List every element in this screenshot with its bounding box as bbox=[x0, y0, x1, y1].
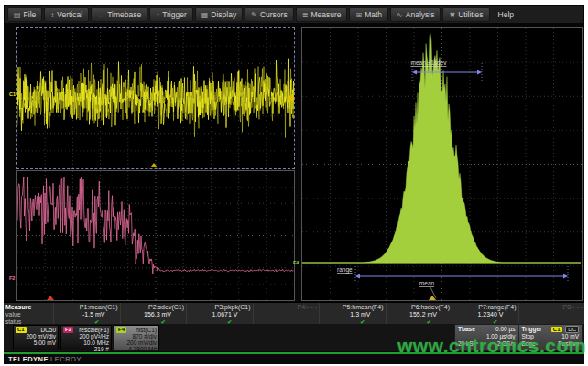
descriptor-f4[interactable]: F4hist(C1)870 #/div200 mV/div4.3800 M# bbox=[114, 325, 159, 350]
page: ▤File↕Vertical↔Timebase↑Trigger▦Display✎… bbox=[0, 0, 588, 366]
menu-item-utilities[interactable]: ✖Utilities bbox=[442, 7, 489, 22]
vertical-icon: ↕ bbox=[50, 11, 54, 19]
c1-channel-label: C1 bbox=[9, 92, 16, 97]
analysis-icon: ∿ bbox=[397, 11, 403, 19]
grid-f4-histogram[interactable]: mean ±1sdevrangemean bbox=[301, 27, 583, 301]
menu-item-label: File bbox=[24, 10, 37, 19]
measure-value: 1.3 mV bbox=[321, 311, 384, 318]
annotation-mean-label: mean bbox=[419, 280, 435, 286]
descriptor-title: hist(C1) bbox=[136, 327, 157, 333]
measure-value: 156.3 mV bbox=[123, 311, 185, 318]
measure-column-p7[interactable]: P7:range(F4)1.2340 V✔ bbox=[452, 303, 518, 325]
measure-value: 1.2340 V bbox=[454, 311, 517, 318]
menu-item-timebase[interactable]: ↔Timebase bbox=[91, 7, 147, 22]
annotation-sdev-label: mean ±1sdev bbox=[411, 59, 448, 66]
descriptor-title: rescale(F1) bbox=[79, 327, 109, 333]
descriptor-tag: F4 bbox=[116, 327, 126, 333]
menu-item-label: Measure bbox=[310, 10, 341, 19]
timebase-icon: ↔ bbox=[97, 11, 104, 19]
grid-f2-spectrum[interactable] bbox=[16, 170, 295, 301]
menu-item-label: Vertical bbox=[57, 10, 82, 19]
menu-item-label: Display bbox=[211, 10, 236, 19]
measure-value bbox=[256, 311, 318, 318]
descriptor-title: DC50 bbox=[40, 327, 56, 333]
measure-header: P2:sdev(C1) bbox=[123, 304, 185, 311]
file-icon: ▤ bbox=[14, 11, 21, 19]
menu-item-label: Analysis bbox=[406, 10, 435, 19]
menu-item-file[interactable]: ▤File bbox=[7, 7, 42, 22]
c1-noise-trace bbox=[17, 28, 294, 168]
menu-bar: ▤File↕Vertical↔Timebase↑Trigger▦Display✎… bbox=[5, 6, 583, 23]
menu-item-display[interactable]: ▦Display bbox=[195, 7, 243, 22]
menu-item-label: Math bbox=[365, 10, 382, 19]
grid-c1-waveform[interactable] bbox=[16, 27, 295, 169]
trigger-coupling-chip: DC bbox=[565, 326, 579, 333]
menu-item-label: Utilities bbox=[458, 10, 483, 19]
measure-column-p4[interactable]: P4:- - - bbox=[253, 303, 320, 325]
descriptor-line: 200 mV/div bbox=[116, 339, 157, 346]
measure-icon: ≣ bbox=[302, 11, 309, 19]
measure-title: Measure bbox=[5, 304, 51, 311]
measure-value-label: value bbox=[5, 311, 51, 318]
menu-item-label: Cursors bbox=[260, 10, 288, 19]
menu-item-trigger[interactable]: ↑Trigger bbox=[149, 7, 193, 22]
descriptor-tag: C1 bbox=[16, 327, 27, 333]
menu-item-analysis[interactable]: ∿Analysis bbox=[390, 7, 441, 22]
menu-item-cursors[interactable]: ✎Cursors bbox=[245, 7, 293, 22]
brand-lecroy: LECROY bbox=[50, 355, 82, 363]
utilities-icon: ✖ bbox=[449, 11, 455, 19]
measure-value: 155.2 mV bbox=[388, 311, 451, 318]
measure-value: 1.0671 V bbox=[189, 311, 251, 318]
menu-item-math[interactable]: ⊞Math bbox=[349, 7, 388, 22]
measure-column-p6[interactable]: P6:hsdev(F4)155.2 mV✔ bbox=[386, 303, 452, 325]
measure-value: -1.5 mV bbox=[56, 311, 118, 318]
measure-header: P1:mean(C1) bbox=[56, 304, 118, 311]
f2-psd-trace bbox=[17, 171, 294, 300]
descriptor-line: 10.0 MHz bbox=[63, 339, 109, 346]
measure-header: P3:pkpk(C1) bbox=[189, 304, 251, 311]
measure-row-labels: Measurevaluestatus bbox=[4, 303, 53, 325]
descriptor-c1[interactable]: C1DC50200 mV/div5.00 mV bbox=[13, 325, 59, 350]
menu-item-measure[interactable]: ≣Measure bbox=[296, 7, 348, 22]
descriptor-line: 4.3800 M# bbox=[116, 346, 157, 352]
f2-channel-label: F2 bbox=[9, 275, 15, 281]
f2-position-marker[interactable] bbox=[47, 296, 54, 300]
descriptor-line: 5.00 mV bbox=[16, 339, 56, 346]
trigger-icon: ↑ bbox=[156, 11, 159, 19]
descriptor-f2[interactable]: F2rescale(F1)200 pV²/Hz10.0 MHz219 # bbox=[60, 325, 112, 350]
measure-header: P5:hmean(F4) bbox=[321, 304, 384, 311]
menu-item-label: Trigger bbox=[162, 10, 187, 19]
menu-item-vertical[interactable]: ↕Vertical bbox=[44, 7, 89, 22]
watermark: www.cntronics.com bbox=[397, 335, 586, 357]
menu-item-label: Timebase bbox=[107, 10, 141, 19]
cursors-icon: ✎ bbox=[251, 11, 257, 19]
measure-value bbox=[521, 311, 583, 318]
descriptor-line: 219 # bbox=[63, 346, 109, 352]
trigger-source-chip: C1 bbox=[551, 327, 562, 332]
descriptor-tag: F2 bbox=[63, 327, 73, 333]
display-icon: ▦ bbox=[201, 11, 209, 19]
measure-column-p8[interactable]: P8:- - - bbox=[518, 303, 585, 325]
descriptor-line: 870 #/div bbox=[116, 333, 157, 339]
trigger-position-marker[interactable] bbox=[150, 163, 158, 167]
annotation-range-label: range bbox=[337, 266, 353, 274]
measure-header: P6:hsdev(F4) bbox=[388, 304, 451, 311]
measure-table: MeasurevaluestatusP1:mean(C1)-1.5 mV✔P2:… bbox=[4, 302, 584, 325]
f4-channel-label: F4 bbox=[293, 260, 299, 265]
measure-column-p1[interactable]: P1:mean(C1)-1.5 mV✔ bbox=[53, 303, 120, 325]
oscilloscope-screen: ▤File↕Vertical↔Timebase↑Trigger▦Display✎… bbox=[4, 5, 584, 364]
measure-column-p2[interactable]: P2:sdev(C1)156.3 mV✔ bbox=[120, 303, 187, 325]
timebase-value: 0.00 µs bbox=[495, 326, 515, 333]
brand-teledyne: TELEDYNE bbox=[8, 355, 49, 363]
measure-column-p3[interactable]: P3:pkpk(C1)1.0671 V✔ bbox=[186, 303, 253, 325]
menu-item-help[interactable]: Help bbox=[492, 7, 520, 22]
measure-header: P4:- - - bbox=[256, 304, 318, 311]
math-icon: ⊞ bbox=[355, 11, 362, 19]
measure-header: P7:range(F4) bbox=[454, 304, 517, 311]
measure-header: P8:- - - bbox=[521, 304, 583, 311]
menu-item-label: Help bbox=[498, 10, 514, 19]
trigger-label: Trigger bbox=[522, 326, 542, 333]
timebase-label: Tbase bbox=[458, 326, 475, 333]
measure-column-p5[interactable]: P5:hmean(F4)1.3 mV✔ bbox=[319, 303, 386, 325]
histogram-mean-marker[interactable] bbox=[429, 296, 436, 300]
